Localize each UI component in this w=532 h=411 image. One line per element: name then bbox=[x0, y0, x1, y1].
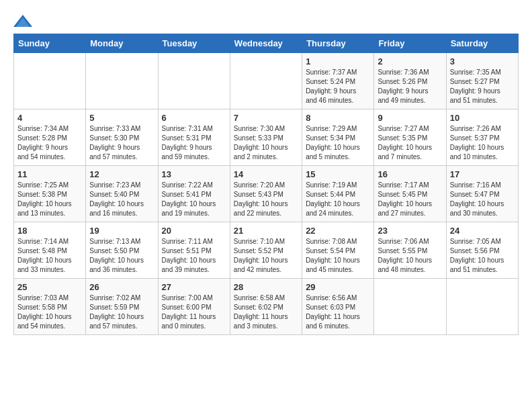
day-content: Sunrise: 7:31 AM Sunset: 5:31 PM Dayligh… bbox=[162, 124, 226, 162]
day-content: Sunrise: 7:17 AM Sunset: 5:45 PM Dayligh… bbox=[378, 181, 442, 218]
calendar-cell: 7Sunrise: 7:30 AM Sunset: 5:33 PM Daylig… bbox=[230, 109, 302, 166]
day-content: Sunrise: 7:27 AM Sunset: 5:35 PM Dayligh… bbox=[378, 124, 442, 162]
day-content: Sunrise: 6:58 AM Sunset: 6:02 PM Dayligh… bbox=[234, 293, 298, 331]
calendar-cell bbox=[158, 53, 230, 109]
day-number: 21 bbox=[234, 226, 298, 236]
day-content: Sunrise: 7:37 AM Sunset: 5:24 PM Dayligh… bbox=[306, 68, 370, 105]
calendar-cell: 10Sunrise: 7:26 AM Sunset: 5:37 PM Dayli… bbox=[446, 109, 518, 166]
calendar-week-row: 4Sunrise: 7:34 AM Sunset: 5:28 PM Daylig… bbox=[14, 109, 519, 166]
day-number: 8 bbox=[306, 113, 370, 123]
calendar-cell: 23Sunrise: 7:06 AM Sunset: 5:55 PM Dayli… bbox=[374, 222, 446, 279]
day-number: 27 bbox=[162, 282, 226, 292]
page-header bbox=[13, 11, 519, 28]
logo-icon bbox=[13, 15, 32, 27]
day-number: 17 bbox=[450, 169, 515, 179]
day-number: 19 bbox=[89, 226, 154, 236]
day-number: 11 bbox=[17, 169, 82, 179]
calendar-cell: 12Sunrise: 7:23 AM Sunset: 5:40 PM Dayli… bbox=[86, 166, 158, 222]
day-content: Sunrise: 7:16 AM Sunset: 5:47 PM Dayligh… bbox=[450, 181, 515, 218]
calendar-cell: 21Sunrise: 7:10 AM Sunset: 5:52 PM Dayli… bbox=[230, 222, 302, 279]
day-content: Sunrise: 7:03 AM Sunset: 5:58 PM Dayligh… bbox=[17, 293, 82, 331]
calendar-cell: 1Sunrise: 7:37 AM Sunset: 5:24 PM Daylig… bbox=[302, 53, 374, 109]
calendar-cell bbox=[446, 279, 518, 335]
day-number: 12 bbox=[89, 169, 154, 179]
calendar-cell: 28Sunrise: 6:58 AM Sunset: 6:02 PM Dayli… bbox=[230, 279, 302, 335]
calendar: SundayMondayTuesdayWednesdayThursdayFrid… bbox=[13, 34, 519, 335]
calendar-cell: 20Sunrise: 7:11 AM Sunset: 5:51 PM Dayli… bbox=[158, 222, 230, 279]
weekday-header: Wednesday bbox=[230, 34, 302, 53]
day-content: Sunrise: 7:33 AM Sunset: 5:30 PM Dayligh… bbox=[89, 124, 154, 162]
day-number: 23 bbox=[378, 226, 442, 236]
calendar-cell bbox=[14, 53, 86, 109]
day-number: 20 bbox=[162, 226, 226, 236]
calendar-cell: 18Sunrise: 7:14 AM Sunset: 5:48 PM Dayli… bbox=[14, 222, 86, 279]
calendar-header-row: SundayMondayTuesdayWednesdayThursdayFrid… bbox=[14, 34, 519, 53]
day-content: Sunrise: 7:10 AM Sunset: 5:52 PM Dayligh… bbox=[234, 237, 298, 275]
weekday-header: Tuesday bbox=[158, 34, 230, 53]
logo bbox=[13, 15, 32, 28]
calendar-cell: 26Sunrise: 7:02 AM Sunset: 5:59 PM Dayli… bbox=[86, 279, 158, 335]
calendar-cell: 8Sunrise: 7:29 AM Sunset: 5:34 PM Daylig… bbox=[302, 109, 374, 166]
day-number: 25 bbox=[17, 282, 82, 292]
weekday-header: Monday bbox=[86, 34, 158, 53]
calendar-cell: 24Sunrise: 7:05 AM Sunset: 5:56 PM Dayli… bbox=[446, 222, 518, 279]
day-number: 24 bbox=[450, 226, 515, 236]
day-number: 6 bbox=[162, 113, 226, 123]
calendar-cell: 11Sunrise: 7:25 AM Sunset: 5:38 PM Dayli… bbox=[14, 166, 86, 222]
day-number: 5 bbox=[89, 113, 154, 123]
day-content: Sunrise: 7:11 AM Sunset: 5:51 PM Dayligh… bbox=[162, 237, 226, 275]
weekday-header: Thursday bbox=[302, 34, 374, 53]
day-number: 3 bbox=[450, 56, 515, 66]
calendar-cell: 9Sunrise: 7:27 AM Sunset: 5:35 PM Daylig… bbox=[374, 109, 446, 166]
calendar-cell: 2Sunrise: 7:36 AM Sunset: 5:26 PM Daylig… bbox=[374, 53, 446, 109]
calendar-cell: 27Sunrise: 7:00 AM Sunset: 6:00 PM Dayli… bbox=[158, 279, 230, 335]
day-content: Sunrise: 7:30 AM Sunset: 5:33 PM Dayligh… bbox=[234, 124, 298, 162]
calendar-week-row: 25Sunrise: 7:03 AM Sunset: 5:58 PM Dayli… bbox=[14, 279, 519, 335]
day-content: Sunrise: 7:35 AM Sunset: 5:27 PM Dayligh… bbox=[450, 68, 515, 105]
day-number: 26 bbox=[89, 282, 154, 292]
calendar-cell: 19Sunrise: 7:13 AM Sunset: 5:50 PM Dayli… bbox=[86, 222, 158, 279]
day-number: 1 bbox=[306, 56, 370, 66]
weekday-header: Saturday bbox=[446, 34, 518, 53]
calendar-cell: 14Sunrise: 7:20 AM Sunset: 5:43 PM Dayli… bbox=[230, 166, 302, 222]
calendar-cell bbox=[86, 53, 158, 109]
day-content: Sunrise: 7:20 AM Sunset: 5:43 PM Dayligh… bbox=[234, 181, 298, 218]
calendar-week-row: 18Sunrise: 7:14 AM Sunset: 5:48 PM Dayli… bbox=[14, 222, 519, 279]
calendar-cell: 3Sunrise: 7:35 AM Sunset: 5:27 PM Daylig… bbox=[446, 53, 518, 109]
day-number: 9 bbox=[378, 113, 442, 123]
day-content: Sunrise: 7:29 AM Sunset: 5:34 PM Dayligh… bbox=[306, 124, 370, 162]
day-content: Sunrise: 7:22 AM Sunset: 5:41 PM Dayligh… bbox=[162, 181, 226, 218]
day-content: Sunrise: 7:08 AM Sunset: 5:54 PM Dayligh… bbox=[306, 237, 370, 275]
calendar-cell: 6Sunrise: 7:31 AM Sunset: 5:31 PM Daylig… bbox=[158, 109, 230, 166]
day-content: Sunrise: 7:34 AM Sunset: 5:28 PM Dayligh… bbox=[17, 124, 82, 162]
day-number: 10 bbox=[450, 113, 515, 123]
calendar-cell bbox=[374, 279, 446, 335]
day-content: Sunrise: 7:02 AM Sunset: 5:59 PM Dayligh… bbox=[89, 293, 154, 331]
day-content: Sunrise: 7:06 AM Sunset: 5:55 PM Dayligh… bbox=[378, 237, 442, 275]
day-number: 4 bbox=[17, 113, 82, 123]
day-number: 2 bbox=[378, 56, 442, 66]
calendar-week-row: 11Sunrise: 7:25 AM Sunset: 5:38 PM Dayli… bbox=[14, 166, 519, 222]
calendar-cell: 15Sunrise: 7:19 AM Sunset: 5:44 PM Dayli… bbox=[302, 166, 374, 222]
day-number: 22 bbox=[306, 226, 370, 236]
day-content: Sunrise: 7:36 AM Sunset: 5:26 PM Dayligh… bbox=[378, 68, 442, 105]
day-content: Sunrise: 7:14 AM Sunset: 5:48 PM Dayligh… bbox=[17, 237, 82, 275]
calendar-cell: 13Sunrise: 7:22 AM Sunset: 5:41 PM Dayli… bbox=[158, 166, 230, 222]
day-content: Sunrise: 6:56 AM Sunset: 6:03 PM Dayligh… bbox=[306, 293, 370, 331]
day-content: Sunrise: 7:19 AM Sunset: 5:44 PM Dayligh… bbox=[306, 181, 370, 218]
calendar-cell bbox=[230, 53, 302, 109]
day-number: 15 bbox=[306, 169, 370, 179]
day-content: Sunrise: 7:05 AM Sunset: 5:56 PM Dayligh… bbox=[450, 237, 515, 275]
day-number: 13 bbox=[162, 169, 226, 179]
day-content: Sunrise: 7:00 AM Sunset: 6:00 PM Dayligh… bbox=[162, 293, 226, 331]
day-number: 14 bbox=[234, 169, 298, 179]
day-number: 7 bbox=[234, 113, 298, 123]
calendar-cell: 17Sunrise: 7:16 AM Sunset: 5:47 PM Dayli… bbox=[446, 166, 518, 222]
calendar-cell: 5Sunrise: 7:33 AM Sunset: 5:30 PM Daylig… bbox=[86, 109, 158, 166]
day-content: Sunrise: 7:23 AM Sunset: 5:40 PM Dayligh… bbox=[89, 181, 154, 218]
day-number: 29 bbox=[306, 282, 370, 292]
day-content: Sunrise: 7:25 AM Sunset: 5:38 PM Dayligh… bbox=[17, 181, 82, 218]
day-number: 18 bbox=[17, 226, 82, 236]
weekday-header: Sunday bbox=[14, 34, 86, 53]
day-content: Sunrise: 7:13 AM Sunset: 5:50 PM Dayligh… bbox=[89, 237, 154, 275]
